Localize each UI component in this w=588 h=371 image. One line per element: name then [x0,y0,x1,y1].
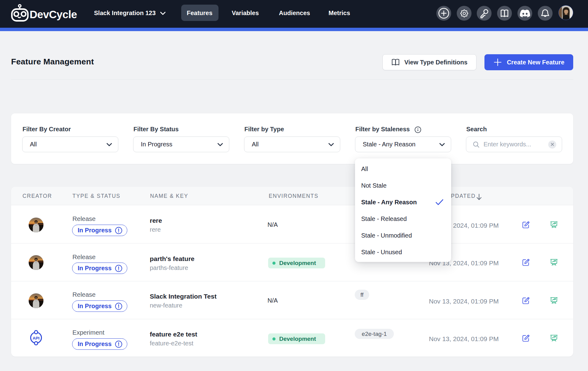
svg-text:API: API [33,336,40,340]
svg-text:DevCycle: DevCycle [30,8,77,20]
